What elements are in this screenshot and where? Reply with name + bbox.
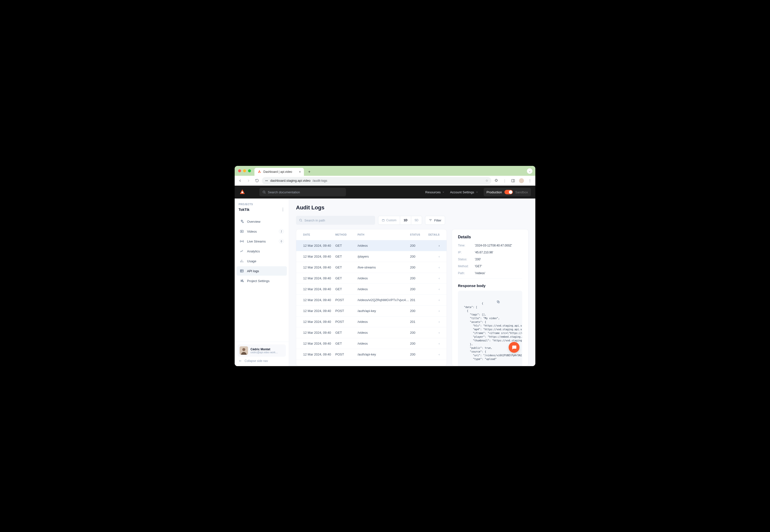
cell-date: 12 Mar 2024, 09:40 xyxy=(303,255,335,258)
cell-status: 201 xyxy=(410,298,427,302)
svg-rect-3 xyxy=(512,179,515,182)
user-name: Cédric Montet xyxy=(250,348,278,351)
cell-date: 12 Mar 2024, 09:40 xyxy=(303,353,335,356)
svg-point-4 xyxy=(242,192,243,193)
sidebar-item-label: Usage xyxy=(247,259,256,263)
close-tab-icon[interactable]: × xyxy=(299,170,301,174)
profile-avatar[interactable] xyxy=(518,177,525,184)
forward-button[interactable] xyxy=(245,177,252,184)
cell-method: GET xyxy=(335,266,358,269)
browser-menu-icon[interactable]: ⋮ xyxy=(526,177,533,184)
sidebar-item-usage[interactable]: Usage xyxy=(237,256,287,266)
search-path-input[interactable]: Search in path xyxy=(296,216,375,225)
cell-status: 200 xyxy=(410,331,427,334)
table-row[interactable]: 12 Mar 2024, 09:40POST/auth/api-key200‹ xyxy=(296,306,447,316)
cell-date: 12 Mar 2024, 09:40 xyxy=(303,287,335,291)
value-method: 'GET' xyxy=(475,265,482,268)
cell-method: GET xyxy=(335,255,358,258)
sidebar-badge: 0 xyxy=(279,239,284,244)
extensions-icon[interactable] xyxy=(493,177,500,184)
chat-fab[interactable] xyxy=(509,342,520,353)
cell-method: POST xyxy=(335,309,358,313)
table-row[interactable]: 12 Mar 2024, 09:40POST/auth/api-key200‹ xyxy=(296,349,447,360)
search-icon xyxy=(262,190,266,194)
sidebar-item-api-logs[interactable]: API logs xyxy=(237,266,287,276)
sidebar-item-label: Project Settings xyxy=(247,279,270,283)
bars-icon xyxy=(240,259,244,263)
search-icon xyxy=(299,219,302,222)
resources-menu[interactable]: Resources xyxy=(425,190,445,194)
sidebar-item-overview[interactable]: Overview xyxy=(237,217,287,226)
copy-icon[interactable] xyxy=(497,293,520,311)
table-row[interactable]: 12 Mar 2024, 09:40POST/videos201‹ xyxy=(296,316,447,327)
collapse-sidebar-button[interactable]: Collapse side nav xyxy=(238,357,286,364)
cell-method: POST xyxy=(335,298,358,302)
value-status: '200' xyxy=(475,258,481,261)
url-path: /audit-logs xyxy=(313,179,327,182)
cell-status: 201 xyxy=(410,320,427,324)
cell-status: 200 xyxy=(410,255,427,258)
zoom-window-icon[interactable] xyxy=(248,169,251,172)
range-custom[interactable]: Custom xyxy=(378,216,400,224)
url-field[interactable]: dashboard.staging.api.video/audit-logs ☆ xyxy=(262,177,491,184)
bookmark-icon[interactable]: ☆ xyxy=(485,179,488,182)
details-title: Details xyxy=(458,235,522,239)
cell-path: /auth/api-key xyxy=(358,309,410,313)
project-name[interactable]: TokTik xyxy=(239,208,249,212)
sidebar-item-analytics[interactable]: Analytics xyxy=(237,246,287,256)
sparkles-icon xyxy=(240,219,244,224)
tab-overflow-button[interactable]: ⌄ xyxy=(527,168,532,174)
cell-date: 12 Mar 2024, 09:40 xyxy=(303,266,335,269)
new-tab-button[interactable]: + xyxy=(306,168,313,175)
table-row[interactable]: 12 Mar 2024, 09:40GET/live-streams200‹ xyxy=(296,262,447,273)
filter-button[interactable]: Filter xyxy=(425,216,445,225)
cell-path: /videos xyxy=(358,331,410,334)
sidebar-item-label: Analytics xyxy=(247,249,260,253)
reload-button[interactable] xyxy=(253,177,260,184)
response-body-code[interactable]: { "data": [ { "tags": [], "title": "My v… xyxy=(458,291,522,366)
chevron-left-icon: ‹ xyxy=(427,298,440,302)
account-settings-menu[interactable]: Account Settings xyxy=(450,190,478,194)
sidebar-item-label: Live Streams xyxy=(247,240,266,243)
table-row[interactable]: 12 Mar 2024, 09:40GET/videos200‹ xyxy=(296,327,447,338)
cell-method: POST xyxy=(335,353,358,356)
user-card[interactable]: Cédric Montet cedric@api.video work… xyxy=(238,344,286,357)
app-logo[interactable] xyxy=(239,189,246,195)
side-panel-icon[interactable] xyxy=(510,177,517,184)
cell-method: POST xyxy=(335,320,358,324)
sidebar-item-live-streams[interactable]: Live Streams0 xyxy=(237,237,287,246)
logs-table: DATE METHOD PATH STATUS DETAILS 12 Mar 2… xyxy=(296,229,447,366)
label-method: Method: xyxy=(458,265,471,268)
doc-search-input[interactable]: Search documentation xyxy=(259,188,346,196)
range-5d[interactable]: 5D xyxy=(411,216,422,224)
table-row[interactable]: 12 Mar 2024, 09:40GET/players200‹ xyxy=(296,251,447,262)
site-info-icon[interactable] xyxy=(265,179,268,182)
toggle-switch[interactable] xyxy=(504,190,513,194)
browser-tab[interactable]: Dashboard | api.video × xyxy=(254,168,304,176)
svg-point-1 xyxy=(266,180,266,181)
table-row[interactable]: 12 Mar 2024, 09:40POST/videos/vi2QZRqNMG… xyxy=(296,295,447,306)
minimize-window-icon[interactable] xyxy=(243,169,246,172)
table-row[interactable]: 12 Mar 2024, 09:40GET/videos200› xyxy=(296,240,447,251)
sidebar-badge: 2 xyxy=(279,229,284,234)
table-row[interactable]: 12 Mar 2024, 09:40GET/videos200‹ xyxy=(296,284,447,295)
cell-path: /videos xyxy=(358,244,410,247)
svg-rect-8 xyxy=(240,270,243,272)
table-row[interactable]: 12 Mar 2024, 09:40GET/videos200‹ xyxy=(296,273,447,284)
table-row[interactable]: 12 Mar 2024, 09:40GET/videos200‹ xyxy=(296,338,447,349)
value-time: '2024-03-12T08:40:47.000Z' xyxy=(475,244,512,247)
range-1d[interactable]: 1D xyxy=(400,216,411,224)
avatar xyxy=(240,346,248,355)
cell-status: 200 xyxy=(410,309,427,313)
close-window-icon[interactable] xyxy=(238,169,241,172)
project-menu-icon[interactable]: ⋮ xyxy=(281,207,285,212)
sidebar-item-videos[interactable]: Videos2 xyxy=(237,227,287,236)
environment-toggle[interactable]: Production Sandbox xyxy=(484,188,531,196)
window-controls[interactable] xyxy=(238,166,252,176)
cell-path: /live-streams xyxy=(358,266,410,269)
cell-method: GET xyxy=(335,287,358,291)
sidebar-item-project-settings[interactable]: Project Settings xyxy=(237,276,287,286)
user-email: cedric@api.video work… xyxy=(250,351,278,354)
cell-status: 200 xyxy=(410,342,427,345)
back-button[interactable] xyxy=(237,177,244,184)
